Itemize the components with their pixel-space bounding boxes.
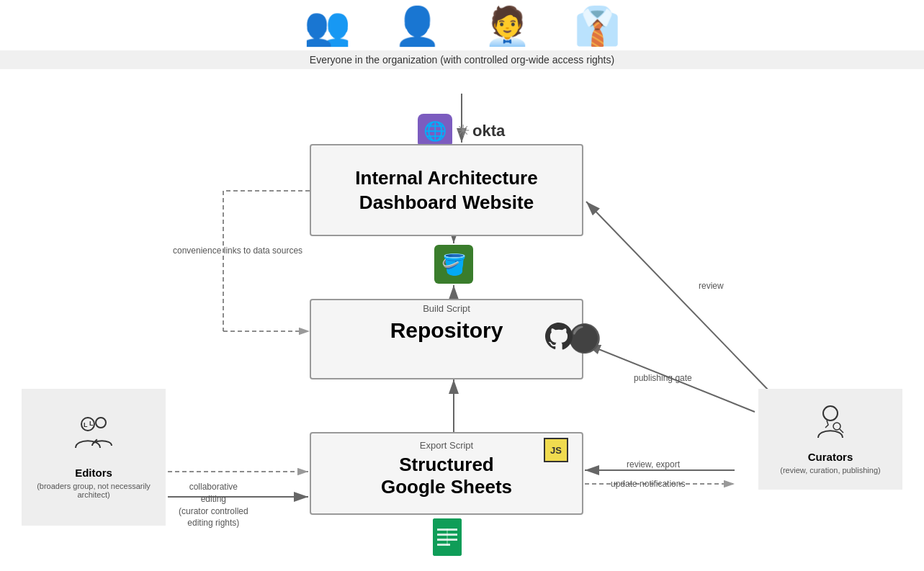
svg-point-14 xyxy=(823,406,838,421)
curators-sublabel: (review, curation, publishing) xyxy=(780,466,880,475)
review-export-label: review, export xyxy=(627,459,680,469)
dashboard-title-container: Internal ArchitectureDashboard Website xyxy=(310,144,583,238)
user-icons-row: 👥 👤 🧑‍💼 👔 xyxy=(304,7,621,45)
collaborative-label: collaborativeediting(curator controllede… xyxy=(179,481,248,529)
repo-subtitle: Build Script xyxy=(310,299,583,314)
sheets-title: StructuredGoogle Sheets xyxy=(310,451,583,498)
editors-icon: L L xyxy=(72,415,115,462)
svg-text:L: L xyxy=(89,420,94,427)
editors-sublabel: (broaders group, not necessarily archite… xyxy=(29,482,158,499)
convenience-label: convenience links to data sources xyxy=(173,245,302,257)
top-label: Everyone in the organization (with contr… xyxy=(0,50,924,69)
editors-label: Editors xyxy=(75,467,112,479)
user-icon-2: 👤 xyxy=(394,7,441,45)
okta-logo: ✳ okta xyxy=(457,122,505,140)
update-notifications-label: update notifications xyxy=(611,479,685,489)
review-label: review xyxy=(699,281,724,291)
svg-line-16 xyxy=(840,429,843,433)
user-icon-4: 👔 xyxy=(574,7,621,45)
diagram-container: 👥 👤 🧑‍💼 👔 Everyone in the organization (… xyxy=(0,0,924,571)
curators-label: Curators xyxy=(808,451,853,463)
s3-bucket-icon: 🪣 xyxy=(434,245,473,284)
repo-title: Repository xyxy=(310,314,583,343)
editors-box: L L Editors (broaders group, not necessa… xyxy=(22,389,166,526)
user-icon-1: 👥 xyxy=(304,7,351,45)
top-users-section: 👥 👤 🧑‍💼 👔 Everyone in the organization (… xyxy=(0,7,924,69)
svg-text:L: L xyxy=(84,421,88,428)
curators-box: Curators (review, curation, publishing) xyxy=(758,389,902,490)
user-icon-3: 🧑‍💼 xyxy=(484,7,531,45)
svg-point-15 xyxy=(833,423,840,430)
dashboard-title: Internal ArchitectureDashboard Website xyxy=(355,166,537,215)
svg-rect-7 xyxy=(437,544,450,546)
curators-icon xyxy=(812,405,848,446)
svg-point-10 xyxy=(96,418,106,428)
github-icon-real xyxy=(545,323,573,356)
sheets-inner: Export Script StructuredGoogle Sheets xyxy=(310,436,583,515)
github-icon: ⚫ xyxy=(568,323,601,354)
arrow-curators-to-dashboard xyxy=(586,202,771,392)
publishing-gate-label: publishing gate xyxy=(634,373,692,383)
sheets-subtitle: Export Script xyxy=(310,436,583,451)
okta-icon: 🌐 xyxy=(418,114,452,148)
okta-starburst-icon: ✳ xyxy=(457,122,470,140)
okta-text: okta xyxy=(472,122,505,140)
google-sheets-icon xyxy=(430,518,465,566)
okta-badge: 🌐 ✳ okta xyxy=(418,114,505,148)
js-icon: JS xyxy=(544,438,568,462)
repo-inner: Build Script Repository xyxy=(310,299,583,378)
